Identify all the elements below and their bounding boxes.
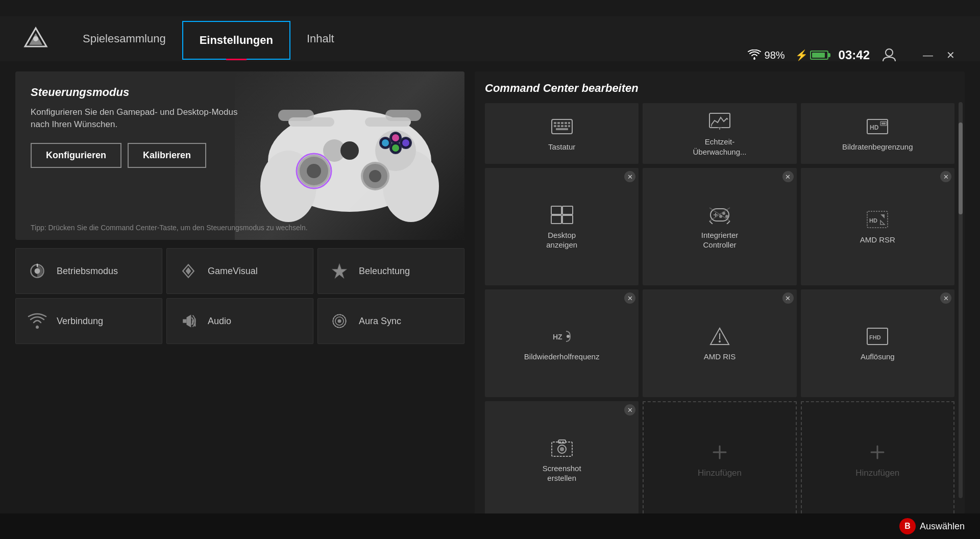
svg-rect-54	[561, 125, 564, 127]
echtzeit-label: Echtzeit- Überwachung...	[693, 137, 746, 157]
tastatur-icon	[551, 115, 573, 138]
cc-tile-screenshot[interactable]: ✕ Screenshoterstellen	[485, 401, 639, 519]
bildwiederholfrequenz-icon: HZ	[551, 325, 573, 348]
tile-aura-sync[interactable]: Aura Sync	[317, 298, 464, 344]
calibrate-button[interactable]: Kalibrieren	[128, 143, 206, 168]
bildrate-label: Bildratenbegrenzung	[842, 142, 913, 152]
svg-point-14	[402, 139, 409, 146]
svg-rect-32	[278, 110, 314, 121]
svg-point-20	[392, 144, 399, 152]
bildrate-icon: HD	[866, 115, 889, 138]
remove-bildwiederholfrequenz-button[interactable]: ✕	[624, 292, 635, 304]
svg-rect-58	[709, 113, 730, 128]
svg-rect-33	[385, 110, 421, 121]
cc-tile-amd-ris[interactable]: ✕ AMD RIS	[643, 289, 796, 397]
scroll-thumb[interactable]	[959, 122, 963, 214]
hero-section: Steuerungsmodus Konfigurieren Sie den Ga…	[15, 71, 464, 240]
svg-marker-36	[332, 264, 347, 279]
amd-rsr-label: AMD RSR	[860, 235, 895, 245]
hero-content: Steuerungsmodus Konfigurieren Sie den Ga…	[15, 71, 260, 182]
aufloesung-label: Auflösung	[861, 352, 895, 362]
svg-line-72	[727, 221, 730, 224]
svg-rect-67	[562, 206, 573, 214]
nav-spielesammlung[interactable]: Spielesammlung	[66, 16, 182, 61]
svg-text:HZ: HZ	[553, 333, 562, 341]
remove-aufloesung-button[interactable]: ✕	[940, 292, 951, 304]
svg-rect-57	[556, 128, 568, 130]
svg-point-3	[753, 58, 755, 60]
add-2-icon	[866, 441, 889, 463]
hero-tip: Tipp: Drücken Sie die Command Center-Tas…	[31, 224, 308, 232]
hero-description: Konfigurieren Sie den Gamepad- und Deskt…	[31, 106, 245, 131]
nav-einstellungen[interactable]: Einstellungen	[182, 21, 290, 60]
controller-label: IntegrierterController	[701, 230, 739, 250]
amd-ris-icon	[708, 325, 731, 348]
left-panel: Steuerungsmodus Konfigurieren Sie den Ga…	[15, 71, 464, 529]
settings-tiles-grid: Betriebsmodus GameVisual	[15, 248, 464, 344]
tile-audio[interactable]: Audio	[166, 298, 313, 344]
add-1-icon	[708, 441, 731, 463]
remove-desktop-button[interactable]: ✕	[624, 171, 635, 182]
audio-label: Audio	[208, 316, 231, 327]
svg-point-74	[725, 215, 728, 218]
wifi-percent: 98%	[765, 50, 785, 61]
cc-tile-aufloesung[interactable]: ✕ FHD Auflösung	[801, 289, 954, 397]
aufloesung-icon: FHD	[866, 325, 889, 348]
svg-marker-39	[186, 314, 191, 327]
remove-amd-rsr-button[interactable]: ✕	[940, 171, 951, 182]
betrieb-icon	[26, 260, 48, 282]
svg-rect-50	[565, 122, 567, 124]
select-label: Auswählen	[920, 521, 965, 532]
svg-text:FHD: FHD	[869, 334, 881, 340]
wifi-status: 98%	[747, 50, 785, 61]
beleuchtung-icon	[328, 260, 351, 282]
scrollbar[interactable]	[959, 102, 963, 498]
aura-sync-label: Aura Sync	[359, 316, 401, 327]
svg-text:HD: HD	[870, 124, 879, 131]
tile-beleuchtung[interactable]: Beleuchtung	[317, 248, 464, 294]
cc-tile-bildrate[interactable]: HD Bildratenbegrenzung	[801, 103, 954, 164]
tastatur-label: Tastatur	[548, 142, 575, 152]
svg-point-44	[337, 319, 341, 323]
cc-tile-controller[interactable]: ✕ Integri	[643, 168, 796, 285]
svg-line-71	[709, 221, 713, 224]
nav-inhalt[interactable]: Inhalt	[290, 16, 351, 61]
cc-tile-tastatur[interactable]: Tastatur	[485, 103, 639, 164]
configure-button[interactable]: Konfigurieren	[31, 143, 121, 168]
hero-background	[235, 71, 464, 240]
cc-tile-desktop[interactable]: ✕ Desktopanzeigen	[485, 168, 639, 285]
svg-rect-49	[561, 122, 564, 124]
verbindung-icon	[26, 310, 48, 332]
cc-tile-bildwiederholfrequenz[interactable]: ✕ HZ Bildwiederholfrequenz	[485, 289, 639, 397]
remove-amd-ris-button[interactable]: ✕	[782, 292, 794, 304]
desktop-icon	[551, 204, 573, 226]
svg-point-23	[307, 164, 321, 178]
beleuchtung-label: Beleuchtung	[359, 266, 410, 277]
audio-icon	[177, 310, 200, 332]
bildwiederholfrequenz-label: Bildwiederholfrequenz	[524, 352, 600, 362]
select-button[interactable]: B Auswählen	[899, 518, 965, 534]
tile-verbindung[interactable]: Verbindung	[15, 298, 162, 344]
svg-point-28	[369, 170, 381, 182]
remove-screenshot-button[interactable]: ✕	[624, 404, 635, 415]
svg-rect-52	[554, 125, 556, 127]
svg-rect-69	[562, 215, 573, 224]
amd-ris-label: AMD RIS	[704, 352, 736, 362]
remove-controller-button[interactable]: ✕	[782, 171, 794, 182]
right-panel: Command Center bearbeiten	[475, 71, 965, 529]
cc-tile-add-1[interactable]: Hinzufügen	[643, 401, 796, 519]
cc-tile-echtzeit[interactable]: Echtzeit- Überwachung...	[643, 103, 796, 164]
bottom-bar: B Auswählen	[0, 513, 980, 539]
aura-icon	[328, 310, 351, 332]
cc-tile-amd-rsr[interactable]: ✕ HD AMD RSR	[801, 168, 954, 285]
battery-indicator: ⚡	[795, 49, 828, 61]
cc-tile-add-2[interactable]: Hinzufügen	[801, 401, 954, 519]
tile-betriebsmodus[interactable]: Betriebsmodus	[15, 248, 162, 294]
svg-point-2	[33, 36, 38, 41]
tile-gamevisual[interactable]: GameVisual	[166, 248, 313, 294]
svg-rect-56	[568, 125, 570, 127]
svg-rect-53	[557, 125, 560, 127]
main-content: Steuerungsmodus Konfigurieren Sie den Ga…	[0, 61, 980, 539]
svg-rect-51	[568, 122, 570, 124]
app-logo	[20, 23, 51, 54]
